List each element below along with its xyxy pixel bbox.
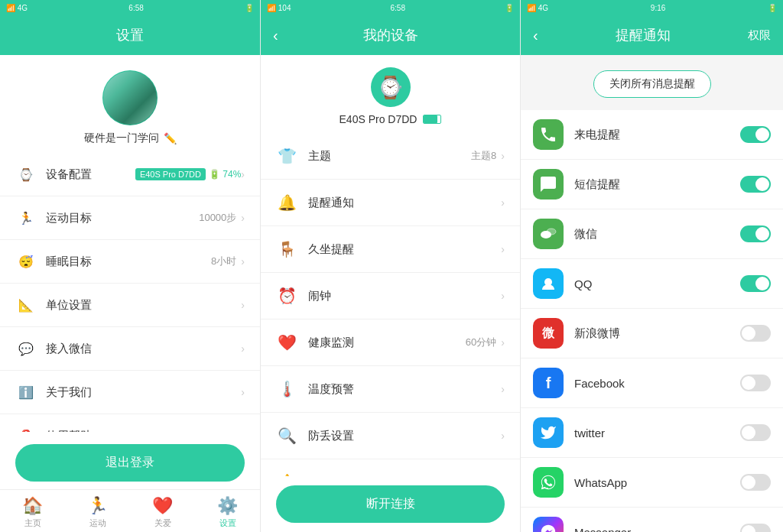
temp-label: 温度预警	[308, 382, 501, 397]
nav-home[interactable]: 🏠 主页	[0, 490, 65, 532]
list-item-notification[interactable]: 🔔 提醒通知 ›	[261, 180, 520, 226]
facebook-toggle[interactable]	[740, 375, 771, 391]
qq-app-icon	[533, 268, 564, 299]
status-bar-3: 📶 4G 9:16 🔋	[521, 0, 783, 15]
notif-item-wechat: 微信	[521, 209, 783, 259]
status-bar-1: 📶 4G 6:58 🔋	[0, 0, 260, 15]
arrow-icon: ›	[241, 430, 245, 432]
sleep-value: 8小时	[211, 255, 236, 268]
antilost-label: 防丢设置	[308, 429, 501, 443]
menu-item-sleep[interactable]: 😴 睡眠目标 8小时 ›	[0, 240, 260, 284]
settings-panel: 📶 4G 6:58 🔋 设置 硬件是一门学问 ✏️ ⌚ 设备配置 E40S Pr…	[0, 0, 260, 532]
disconnect-button[interactable]: 断开连接	[276, 485, 505, 523]
arrow-icon: ›	[241, 212, 245, 224]
notif-item-facebook: f Facebook	[521, 358, 783, 408]
arrow-icon: ›	[501, 336, 505, 349]
weibo-toggle[interactable]	[740, 325, 771, 342]
notification-apps-list: 来电提醒 短信提醒 微信 QQ	[521, 110, 783, 532]
notif-item-weibo: 微 新浪微博	[521, 309, 783, 358]
my-device-panel: 📶 104 6:58 🔋 ‹ 我的设备 ⌚ E40S Pro D7DD 👕 主题…	[260, 0, 520, 532]
menu-item-about[interactable]: ℹ️ 关于我们 ›	[0, 371, 260, 414]
wechat-app-icon	[533, 219, 564, 249]
wechat-notif-label: 微信	[574, 227, 740, 242]
qq-toggle[interactable]	[740, 275, 771, 292]
arrow-icon: ›	[501, 243, 505, 255]
menu-item-unit[interactable]: 📐 单位设置 ›	[0, 284, 260, 327]
list-item-alarm[interactable]: ⏰ 闹钟 ›	[261, 273, 520, 320]
device-name-text: E40S Pro D7DD	[340, 113, 417, 125]
whatsapp-toggle[interactable]	[740, 474, 771, 491]
health-label: 健康监测	[308, 336, 466, 350]
menu-label-wechat: 接入微信	[46, 342, 241, 356]
arrow-icon: ›	[501, 430, 505, 442]
device-badge: E40S Pro D7DD	[135, 168, 206, 180]
weibo-label: 新浪微博	[574, 326, 740, 341]
panel3-back-button[interactable]: ‹	[533, 27, 538, 44]
sport-value: 10000步	[199, 211, 236, 225]
list-item-heartrate[interactable]: ⚠️ 危险心率预警 150 ›	[261, 459, 520, 476]
notification-panel: 📶 4G 9:16 🔋 ‹ 提醒通知 权限 关闭所有消息提醒 来电提醒 短信提醒	[520, 0, 783, 532]
device-settings-list: 👕 主题 主题8 › 🔔 提醒通知 › 🪑 久坐提醒 › ⏰ 闹钟 › ❤️ 健…	[261, 133, 520, 476]
arrow-icon: ›	[241, 386, 245, 398]
list-item-sedentary[interactable]: 🪑 久坐提醒 ›	[261, 226, 520, 273]
about-icon: ℹ️	[15, 381, 37, 403]
alarm-icon: ⏰	[276, 285, 297, 307]
wechat-toggle[interactable]	[740, 225, 771, 242]
panel2-title: 我的设备	[363, 26, 418, 44]
device-icon: ⌚	[15, 164, 37, 185]
edit-icon[interactable]: ✏️	[164, 132, 177, 144]
sport-icon: 🏃	[15, 207, 37, 229]
rights-button[interactable]: 权限	[748, 28, 771, 43]
notif-item-twitter: twitter	[521, 408, 783, 458]
menu-item-device[interactable]: ⌚ 设备配置 E40S Pro D7DD 🔋 74% ›	[0, 153, 260, 196]
panel1-header: 设置	[0, 15, 260, 55]
menu-label-device: 设备配置	[46, 167, 135, 182]
nav-settings[interactable]: ⚙️ 设置	[195, 490, 260, 532]
close-all-container: 关闭所有消息提醒	[521, 55, 783, 110]
twitter-app-icon	[533, 417, 564, 448]
notification-icon: 🔔	[276, 192, 297, 213]
settings-menu: ⌚ 设备配置 E40S Pro D7DD 🔋 74% › 🏃 运动目标 1000…	[0, 153, 260, 432]
panel2-header: ‹ 我的设备	[261, 15, 520, 55]
messenger-toggle[interactable]	[740, 524, 771, 532]
sport-nav-icon: 🏃	[87, 496, 108, 516]
menu-item-wechat[interactable]: 💬 接入微信 ›	[0, 327, 260, 371]
menu-label-help: 使用帮助	[46, 429, 241, 433]
list-item-temp[interactable]: 🌡️ 温度预警 ›	[261, 366, 520, 413]
list-item-antilost[interactable]: 🔍 防丢设置 ›	[261, 413, 520, 459]
menu-item-help[interactable]: ❓ 使用帮助 ›	[0, 414, 260, 432]
battery-fill	[424, 115, 437, 123]
home-icon: 🏠	[22, 496, 43, 516]
sms-toggle[interactable]	[740, 176, 771, 193]
logout-button[interactable]: 退出登录	[15, 444, 245, 482]
nav-sport[interactable]: 🏃 运动	[65, 490, 130, 532]
phone-toggle[interactable]	[740, 126, 771, 143]
antilost-icon: 🔍	[276, 425, 297, 446]
panel1-title: 设置	[116, 26, 144, 44]
close-all-button[interactable]: 关闭所有消息提醒	[593, 70, 711, 98]
theme-label: 主题	[308, 149, 471, 164]
panel3-header: ‹ 提醒通知 权限	[521, 15, 783, 55]
list-item-health[interactable]: ❤️ 健康监测 60分钟 ›	[261, 320, 520, 366]
twitter-label: twitter	[574, 427, 740, 440]
notif-item-whatsapp: WhatsApp	[521, 458, 783, 508]
temp-icon: 🌡️	[276, 378, 297, 400]
settings-nav-icon: ⚙️	[217, 496, 238, 516]
back-button[interactable]: ‹	[273, 27, 278, 44]
alarm-label: 闹钟	[308, 289, 501, 303]
menu-item-sport[interactable]: 🏃 运动目标 10000步 ›	[0, 196, 260, 240]
device-name-row: E40S Pro D7DD	[340, 113, 442, 125]
menu-label-unit: 单位设置	[46, 298, 241, 313]
battery-text: 🔋 74%	[209, 169, 241, 180]
sedentary-label: 久坐提醒	[308, 242, 501, 257]
twitter-toggle[interactable]	[740, 424, 771, 441]
sms-label: 短信提醒	[574, 177, 740, 192]
profile-name-text: 硬件是一门学问	[84, 131, 159, 145]
avatar[interactable]	[102, 70, 158, 125]
list-item-theme[interactable]: 👕 主题 主题8 ›	[261, 133, 520, 180]
arrow-icon: ›	[241, 342, 245, 355]
wechat-icon: 💬	[15, 338, 37, 359]
nav-care[interactable]: ❤️ 关爱	[130, 490, 195, 532]
arrow-icon: ›	[501, 383, 505, 395]
heartrate-icon: ⚠️	[276, 472, 297, 476]
